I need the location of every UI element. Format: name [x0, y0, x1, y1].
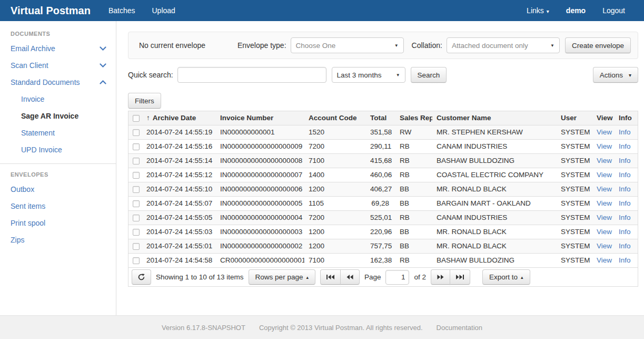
sidebar-item-upd-invoice[interactable]: UPD Invoice	[0, 141, 116, 158]
column-account-code[interactable]: Account Code	[304, 111, 366, 125]
sidebar-item-outbox[interactable]: Outbox	[0, 181, 116, 198]
nav-user[interactable]: demo	[558, 0, 594, 21]
search-button[interactable]: Search	[411, 67, 447, 83]
page-of-text: of 2	[414, 273, 426, 281]
period-select[interactable]: Last 3 months ▼	[332, 67, 405, 83]
cell-account-code: 1520	[304, 125, 366, 140]
sidebar-item-label: Invoice	[21, 95, 44, 103]
info-link[interactable]: Info	[619, 128, 631, 136]
sidebar-item-zips[interactable]: Zips	[0, 231, 116, 248]
sidebar-item-standard-documents[interactable]: Standard Documents	[0, 74, 116, 91]
table-row: 2014-07-24 14:55:16 IN000000000000000000…	[128, 140, 638, 154]
view-link[interactable]: View	[597, 199, 612, 207]
sidebar-item-label: Zips	[11, 236, 24, 244]
column-customer-name[interactable]: Customer Name	[432, 111, 557, 125]
nav-logout[interactable]: Logout	[594, 0, 633, 21]
refresh-button[interactable]	[132, 269, 151, 285]
view-link[interactable]: View	[597, 214, 612, 221]
sidebar-item-statement[interactable]: Statement	[0, 124, 116, 141]
previous-page-button[interactable]	[340, 269, 360, 285]
select-all-checkbox[interactable]	[133, 115, 140, 122]
sidebar-item-email-archive[interactable]: Email Archive	[0, 40, 116, 57]
documentation-link[interactable]: Documentation	[437, 324, 482, 332]
select-arrow-icon: ▼	[396, 73, 400, 78]
info-link[interactable]: Info	[619, 185, 631, 193]
row-checkbox[interactable]	[133, 257, 140, 264]
app-brand[interactable]: Virtual Postman	[11, 0, 91, 21]
info-link[interactable]: Info	[619, 157, 631, 164]
view-link[interactable]: View	[597, 228, 612, 236]
chevron-up-icon	[100, 80, 106, 84]
view-link[interactable]: View	[597, 128, 612, 136]
first-page-button[interactable]	[320, 269, 341, 285]
cell-user: SYSTEM	[557, 154, 592, 168]
cell-sales-rep: BB	[395, 225, 432, 239]
filters-button[interactable]: Filters	[128, 93, 161, 109]
row-checkbox[interactable]	[133, 129, 140, 136]
cell-user: SYSTEM	[557, 125, 592, 140]
cell-account-code: 7100	[304, 254, 366, 268]
info-link[interactable]: Info	[619, 214, 631, 221]
page-number-input[interactable]	[385, 270, 409, 285]
row-checkbox[interactable]	[133, 143, 140, 150]
row-checkbox[interactable]	[133, 229, 140, 236]
column-total[interactable]: Total	[366, 111, 395, 125]
cell-invoice-number: IN0000000000000000008	[216, 154, 304, 168]
sidebar-item-invoice[interactable]: Invoice	[0, 91, 116, 108]
info-link[interactable]: Info	[619, 256, 631, 264]
quick-search-input[interactable]	[177, 67, 326, 83]
row-checkbox[interactable]	[133, 243, 140, 250]
nav-upload[interactable]: Upload	[144, 0, 184, 21]
column-archive-date[interactable]: ↑Archive Date	[142, 111, 216, 125]
view-link[interactable]: View	[597, 185, 612, 193]
sidebar-item-scan-client[interactable]: Scan Client	[0, 57, 116, 74]
info-link[interactable]: Info	[619, 171, 631, 179]
cell-archive-date: 2014-07-24 14:55:03	[142, 225, 216, 239]
cell-archive-date: 2014-07-24 14:55:01	[142, 239, 216, 254]
view-link[interactable]: View	[597, 157, 612, 164]
create-envelope-button[interactable]: Create envelope	[565, 37, 631, 53]
cell-archive-date: 2014-07-24 14:55:07	[142, 197, 216, 211]
info-link[interactable]: Info	[619, 199, 631, 207]
row-checkbox[interactable]	[133, 200, 140, 207]
cell-sales-rep: RB	[395, 154, 432, 168]
envelope-type-select[interactable]: Choose One ▼	[291, 37, 404, 53]
cell-user: SYSTEM	[557, 140, 592, 154]
view-link[interactable]: View	[597, 142, 612, 150]
pagination-bar: Showing 1 to 10 of 13 items Rows per pag…	[128, 267, 638, 286]
next-page-button[interactable]	[431, 269, 450, 285]
export-to-button[interactable]: Export to ▴	[482, 269, 530, 285]
row-checkbox[interactable]	[133, 186, 140, 193]
info-link[interactable]: Info	[619, 242, 631, 250]
cell-customer-name: MR. RONALD BLACK	[432, 239, 557, 254]
sidebar-item-sage-ar-invoice[interactable]: Sage AR Invoice	[0, 108, 116, 124]
info-link[interactable]: Info	[619, 142, 631, 150]
nav-links-dropdown[interactable]: Links▾	[518, 0, 558, 21]
row-checkbox[interactable]	[133, 158, 140, 164]
rows-per-page-button[interactable]: Rows per page ▴	[249, 269, 315, 285]
column-invoice-number[interactable]: Invoice Number	[216, 111, 304, 125]
row-checkbox[interactable]	[133, 172, 140, 179]
column-sales-rep[interactable]: Sales Rep	[395, 111, 432, 125]
cell-customer-name: BASHAW BULLDOZING	[432, 154, 557, 168]
view-link[interactable]: View	[597, 242, 612, 250]
navbar-right: Links▾ demo Logout	[518, 0, 633, 21]
cell-invoice-number: CR0000000000000000001	[216, 254, 304, 268]
view-link[interactable]: View	[597, 256, 612, 264]
cell-total: 525,01	[366, 211, 395, 225]
envelope-status: No current envelope	[139, 41, 205, 50]
collation-select[interactable]: Attached document only ▼	[447, 37, 560, 53]
version-text: Version 6.17.8-SNAPSHOT	[162, 324, 245, 332]
sidebar-item-sent-items[interactable]: Sent items	[0, 198, 116, 215]
cell-archive-date: 2014-07-24 14:54:58	[142, 254, 216, 268]
column-user[interactable]: User	[557, 111, 592, 125]
last-page-button[interactable]	[450, 269, 470, 285]
row-checkbox[interactable]	[133, 215, 140, 221]
nav-batches[interactable]: Batches	[100, 0, 144, 21]
info-link[interactable]: Info	[619, 228, 631, 236]
table-row: 2014-07-24 14:55:03 IN000000000000000000…	[128, 225, 638, 239]
view-link[interactable]: View	[597, 171, 612, 179]
actions-button[interactable]: Actions ▾	[593, 67, 638, 83]
sidebar-item-print-spool[interactable]: Print spool	[0, 215, 116, 231]
sidebar-section-envelopes: ENVELOPES	[0, 164, 116, 181]
